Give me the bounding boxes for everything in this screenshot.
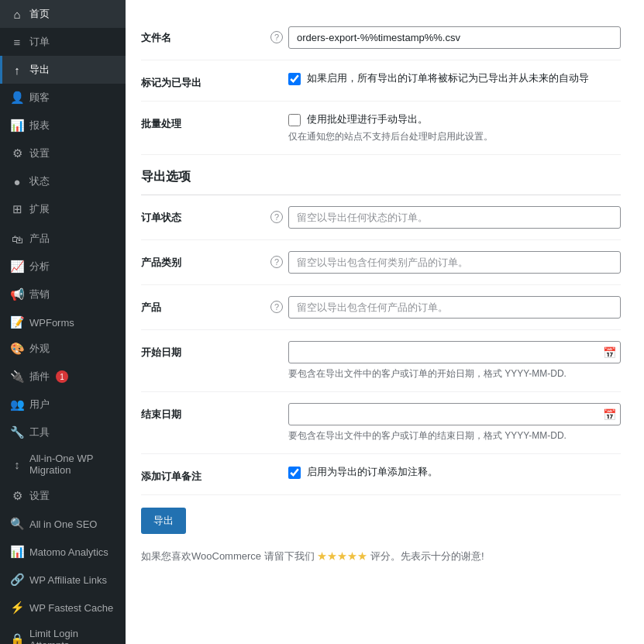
section-marketing[interactable]: 📢 营销 — [0, 279, 126, 307]
footer-rating-link[interactable]: ★★★★★ — [317, 550, 370, 562]
section-products[interactable]: 🛍 产品 — [0, 223, 126, 251]
content-inner: 文件名 ? 标记为已导出 如果启用，所有导出的订单将被标记为已导出并从未来的自动… — [126, 0, 644, 644]
footer: 如果您喜欢WooCommerce 请留下我们 ★★★★★ 评分。先表示十分的谢意… — [141, 549, 621, 563]
product-category-help-icon[interactable]: ? — [270, 256, 283, 268]
sidebar: ⌂ 首页 ≡ 订单 ↑ 导出 👤 顾客 📊 报表 ⚙ 设置 ● 状态 ⊞ 扩展 … — [0, 0, 126, 644]
sidebar-item-wp-fastest[interactable]: ⚡ WP Fastest Cache — [0, 594, 126, 622]
marketing-icon: 📢 — [9, 287, 25, 302]
section-analytics[interactable]: 📈 分析 — [0, 251, 126, 279]
plugins-icon: 🔌 — [9, 369, 25, 384]
start-date-label: 开始日期 — [141, 341, 265, 360]
sidebar-item-all-in-one-seo[interactable]: 🔍 All in One SEO — [0, 510, 126, 538]
footer-text2: 评分。先表示十分的谢意! — [370, 550, 484, 562]
mark-exported-control: 如果启用，所有导出的订单将被标记为已导出并从未来的自动导 — [288, 71, 621, 85]
add-notes-row: 添加订单备注 启用为导出的订单添加注释。 — [141, 454, 621, 495]
users-icon: 👥 — [9, 397, 25, 412]
product-help-icon[interactable]: ? — [270, 301, 283, 313]
mark-exported-checkbox[interactable] — [288, 73, 301, 85]
start-date-calendar-icon[interactable]: 📅 — [603, 346, 616, 359]
sidebar-item-wp-affiliate[interactable]: 🔗 WP Affiliate Links — [0, 566, 126, 594]
batch-processing-checkbox[interactable] — [288, 114, 301, 126]
sidebar-item-extend[interactable]: ⊞ 扩展 — [0, 195, 126, 223]
export-options-title: 导出选项 — [141, 155, 621, 195]
order-status-help-icon[interactable]: ? — [270, 211, 283, 223]
product-control — [288, 296, 621, 319]
analytics-icon: 📈 — [9, 259, 25, 274]
product-category-control — [288, 251, 621, 274]
end-date-description: 要包含在导出文件中的客户或订单的结束日期，格式 YYYY-MM-DD. — [288, 429, 621, 443]
batch-processing-control: 使用批处理进行手动导出。 仅在通知您的站点不支持后台处理时启用此设置。 — [288, 112, 621, 143]
order-status-label: 订单状态 — [141, 206, 265, 225]
order-status-row: 订单状态 ? — [141, 195, 621, 240]
start-date-row: 开始日期 📅 要包含在导出文件中的客户或订单的开始日期，格式 YYYY-MM-D… — [141, 330, 621, 392]
end-date-wrapper: 📅 — [288, 403, 621, 425]
order-status-input[interactable] — [288, 206, 621, 229]
export-button[interactable]: 导出 — [141, 508, 186, 534]
all-in-one-seo-icon: 🔍 — [9, 516, 25, 532]
start-date-input[interactable] — [288, 341, 621, 363]
end-date-label: 结束日期 — [141, 403, 265, 422]
sidebar-item-limit-login[interactable]: 🔒 Limit Login Attempts — [0, 622, 126, 644]
file-name-control — [288, 26, 621, 49]
batch-processing-description2: 仅在通知您的站点不支持后台处理时启用此设置。 — [288, 130, 621, 143]
tools-icon: 🔧 — [9, 425, 25, 440]
sidebar-item-all-in-one-wp[interactable]: ↕ All-in-One WP Migration — [0, 446, 126, 482]
mark-exported-label: 标记为已导出 — [141, 71, 265, 90]
sidebar-item-home[interactable]: ⌂ 首页 — [0, 0, 126, 28]
customers-icon: 👤 — [9, 90, 25, 105]
end-date-calendar-icon[interactable]: 📅 — [603, 408, 616, 421]
orders-icon: ≡ — [9, 34, 25, 50]
end-date-input[interactable] — [288, 403, 621, 425]
batch-processing-label: 批量处理 — [141, 112, 265, 131]
order-status-control — [288, 206, 621, 229]
end-date-control: 📅 要包含在导出文件中的客户或订单的结束日期，格式 YYYY-MM-DD. — [288, 403, 621, 443]
sidebar-item-reports[interactable]: 📊 报表 — [0, 112, 126, 139]
start-date-description: 要包含在导出文件中的客户或订单的开始日期，格式 YYYY-MM-DD. — [288, 367, 621, 381]
extend-icon: ⊞ — [9, 201, 25, 217]
sidebar-item-settings2[interactable]: ⚙ 设置 — [0, 482, 126, 510]
settings2-icon: ⚙ — [9, 488, 25, 504]
export-icon: ↑ — [9, 62, 25, 77]
end-date-row: 结束日期 📅 要包含在导出文件中的客户或订单的结束日期，格式 YYYY-MM-D… — [141, 392, 621, 454]
home-icon: ⌂ — [9, 6, 25, 22]
footer-text: 如果您喜欢WooCommerce 请留下我们 — [141, 550, 317, 562]
sidebar-item-settings[interactable]: ⚙ 设置 — [0, 139, 126, 167]
product-input[interactable] — [288, 296, 621, 319]
batch-processing-description1: 使用批处理进行手动导出。 — [307, 112, 428, 126]
sidebar-item-export[interactable]: ↑ 导出 — [0, 56, 126, 84]
mark-exported-checkbox-row: 如果启用，所有导出的订单将被标记为已导出并从未来的自动导 — [288, 71, 621, 85]
sidebar-item-customers[interactable]: 👤 顾客 — [0, 84, 126, 112]
add-notes-checkbox-row: 启用为导出的订单添加注释。 — [288, 465, 621, 479]
add-notes-control: 启用为导出的订单添加注释。 — [288, 465, 621, 479]
batch-processing-checkbox-row: 使用批处理进行手动导出。 — [288, 112, 621, 126]
sidebar-item-appearance[interactable]: 🎨 外观 — [0, 335, 126, 363]
mark-exported-row: 标记为已导出 如果启用，所有导出的订单将被标记为已导出并从未来的自动导 — [141, 60, 621, 102]
section-wpforms[interactable]: 📝 WPForms — [0, 307, 126, 335]
reports-icon: 📊 — [9, 118, 25, 133]
all-in-one-wp-icon: ↕ — [9, 456, 25, 472]
mark-exported-description: 如果启用，所有导出的订单将被标记为已导出并从未来的自动导 — [307, 71, 589, 85]
file-name-help-icon[interactable]: ? — [270, 31, 283, 43]
product-category-input[interactable] — [288, 251, 621, 274]
sidebar-item-tools[interactable]: 🔧 工具 — [0, 418, 126, 446]
add-notes-checkbox[interactable] — [288, 467, 301, 479]
sidebar-item-status[interactable]: ● 状态 — [0, 167, 126, 195]
plugins-badge: 1 — [56, 370, 68, 383]
sidebar-item-plugins[interactable]: 🔌 插件 1 — [0, 363, 126, 391]
status-icon: ● — [9, 174, 25, 189]
file-name-input[interactable] — [288, 26, 621, 49]
sidebar-item-matomo[interactable]: 📊 Matomo Analytics — [0, 538, 126, 566]
sidebar-item-users[interactable]: 👥 用户 — [0, 391, 126, 418]
wp-fastest-icon: ⚡ — [9, 600, 25, 615]
product-row: 产品 ? — [141, 285, 621, 330]
wp-affiliate-icon: 🔗 — [9, 572, 25, 587]
sidebar-item-orders[interactable]: ≡ 订单 — [0, 28, 126, 56]
wpforms-icon: 📝 — [9, 315, 25, 330]
product-category-row: 产品类别 ? — [141, 240, 621, 285]
main-content: 文件名 ? 标记为已导出 如果启用，所有导出的订单将被标记为已导出并从未来的自动… — [126, 0, 644, 644]
file-name-label: 文件名 — [141, 26, 265, 45]
add-notes-label: 添加订单备注 — [141, 465, 265, 484]
file-name-row: 文件名 ? — [141, 15, 621, 60]
start-date-wrapper: 📅 — [288, 341, 621, 363]
product-category-label: 产品类别 — [141, 251, 265, 270]
